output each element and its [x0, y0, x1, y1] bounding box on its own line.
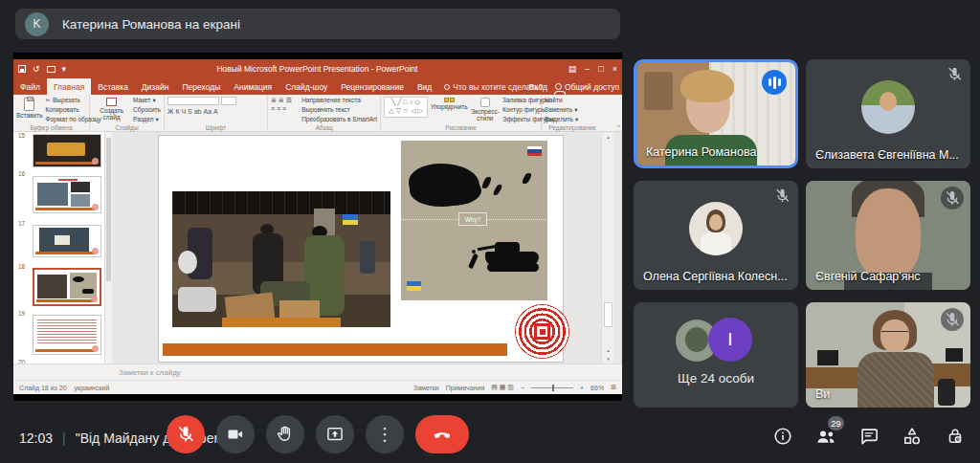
tile-yelyzaveta[interactable]: Єлизавета Євгеніївна М... [806, 59, 970, 168]
notes-area[interactable]: Заметки к слайду [13, 364, 622, 380]
more-options-button[interactable]: ⋮ [366, 415, 404, 453]
drawing-group: ╲ ╱ □ ○ ◇ △ ▽ ☆ ◁ ▷ Упорядочить Экспресс… [381, 95, 542, 131]
ppt-titlebar: ↺ ▾ Новый Microsoft PowerPoint Presentat… [13, 59, 622, 78]
tile-olena[interactable]: Олена Сергіївна Колесн... [634, 181, 798, 290]
view-buttons[interactable]: ▤ ▦ ▥ [491, 384, 514, 391]
slide-thumb-18-selected[interactable] [33, 268, 101, 306]
minimize-icon[interactable]: – [585, 64, 590, 74]
avatar [689, 202, 743, 255]
align-buttons[interactable]: ≡ ≡ ≡ [271, 105, 299, 113]
paste-button[interactable]: Вставить [16, 97, 43, 123]
tank-tracks [487, 263, 539, 272]
canvas-scrollbar[interactable]: ▴ ▴ ▾ [601, 132, 613, 364]
zoom-slider[interactable] [531, 387, 573, 388]
activities-button[interactable] [901, 425, 924, 448]
avatar-body [701, 232, 731, 255]
font-size-combobox[interactable] [221, 97, 236, 105]
participants-button[interactable]: 29 [814, 425, 837, 448]
zoom-level[interactable]: 66% [590, 385, 604, 391]
next-slide-icon[interactable]: ▾ [604, 355, 612, 363]
close-icon[interactable]: × [612, 64, 617, 74]
restore-icon[interactable]: □ [598, 64, 603, 74]
slideshow-icon[interactable] [47, 66, 56, 73]
tile-katerina-romanova[interactable]: Катерина Романова [634, 59, 798, 168]
tab-review[interactable]: Рецензирование [334, 78, 411, 95]
reset-button[interactable]: Сбросить [133, 106, 161, 115]
shared-screen: ↺ ▾ Новый Microsoft PowerPoint Presentat… [13, 53, 622, 401]
tab-view[interactable]: Вид [411, 78, 438, 95]
tab-transitions[interactable]: Переходы [175, 78, 227, 95]
scroll-up-icon[interactable]: ▴ [604, 133, 612, 141]
sign-in-button[interactable]: Вход [529, 82, 547, 92]
layout-button[interactable]: Макет▾ [133, 97, 161, 105]
replace-button[interactable]: Заменить▾ [545, 106, 578, 115]
smartart-button[interactable]: Преобразовать в SmartArt [301, 116, 377, 124]
undo-icon[interactable]: ↺ [33, 65, 40, 74]
participant-name: Євгеній Сафар'янс [815, 270, 921, 283]
tab-file[interactable]: Файл [13, 78, 47, 95]
ribbon-display-icon[interactable]: ▤ [568, 64, 577, 74]
monitor [817, 350, 838, 365]
section-button[interactable]: Раздел▾ [133, 116, 161, 124]
chevron-down-icon: ▾ [574, 106, 577, 115]
tile-more-people[interactable]: I Ще 24 особи [634, 302, 798, 408]
presenting-banner: K Катерина Романова на екрані [15, 9, 620, 39]
tab-animations[interactable]: Анимация [227, 78, 278, 95]
chevron-down-icon: ▾ [156, 116, 159, 124]
notes-placeholder: Заметки к слайду [119, 368, 181, 377]
host-controls-button[interactable] [944, 425, 967, 448]
font-name-combobox[interactable] [167, 97, 219, 105]
chat-icon [858, 426, 880, 447]
new-slide-button[interactable]: Создать слайд [93, 97, 130, 123]
mic-toggle-button[interactable] [167, 415, 205, 453]
meeting-details-button[interactable] [771, 425, 794, 448]
slide-thumb-19[interactable] [33, 315, 101, 355]
quick-styles-icon [480, 98, 490, 107]
text-direction-button[interactable]: Направление текста [301, 97, 377, 105]
thumbnail-scrollbar[interactable] [105, 132, 112, 364]
cupboard [644, 72, 673, 110]
collapse-ribbon-icon[interactable]: ^ [617, 123, 620, 130]
more-vertical-icon: ⋮ [376, 426, 393, 443]
list-buttons[interactable]: ≣ ≣ ☰ [271, 97, 299, 104]
tab-insert[interactable]: Вставка [91, 78, 135, 95]
fit-to-window-icon[interactable]: ⊞ [611, 384, 616, 391]
thumb15-banner [47, 143, 85, 156]
font-format-buttons[interactable]: Ж К Ч S ab Аа A [167, 108, 264, 116]
scrollbar-thumb[interactable] [604, 302, 612, 327]
slide-thumb-17[interactable] [33, 225, 101, 257]
share-button[interactable]: Общий доступ [555, 82, 619, 92]
notes-toggle[interactable]: Заметки [413, 385, 439, 391]
share-label: Общий доступ [565, 82, 619, 92]
tab-slideshow[interactable]: Слайд-шоу [278, 78, 334, 95]
slide-thumb-15[interactable] [33, 134, 101, 167]
present-button[interactable] [316, 415, 354, 453]
comments-toggle[interactable]: Примечания [446, 385, 484, 391]
end-call-icon [431, 423, 454, 446]
zoom-out-icon[interactable]: − [521, 385, 524, 391]
end-call-button[interactable] [415, 415, 469, 453]
tile-yevhenii[interactable]: Євгеній Сафар'янс [806, 181, 970, 290]
target-logo [515, 304, 569, 359]
language-label[interactable]: украинский [75, 385, 110, 391]
tile-you[interactable]: Ви [806, 302, 970, 408]
arrange-button[interactable]: Упорядочить [431, 97, 468, 123]
previous-slide-icon[interactable]: ▴ [604, 346, 612, 354]
quick-styles-button[interactable]: Экспресс-стили [471, 97, 500, 123]
you-label: Ви [815, 387, 830, 401]
white-bundle [178, 287, 216, 312]
current-slide[interactable]: Why? [158, 135, 564, 363]
find-button[interactable]: Найти [545, 97, 578, 105]
chat-button[interactable] [858, 425, 880, 448]
shapes-gallery[interactable]: ╲ ╱ □ ○ ◇ △ ▽ ☆ ◁ ▷ [384, 97, 428, 118]
align-text-button[interactable]: Выровнять текст [301, 106, 377, 115]
plaid-blazer [858, 352, 934, 408]
camera-toggle-button[interactable] [216, 415, 255, 453]
zoom-in-icon[interactable]: + [580, 385, 584, 391]
raise-hand-button[interactable] [266, 415, 304, 453]
save-icon[interactable] [18, 65, 26, 73]
tab-design[interactable]: Дизайн [135, 78, 176, 95]
tab-home[interactable]: Главная [47, 78, 91, 95]
select-button[interactable]: Выделить▾ [545, 116, 578, 124]
slide-thumb-16[interactable] [33, 176, 101, 213]
